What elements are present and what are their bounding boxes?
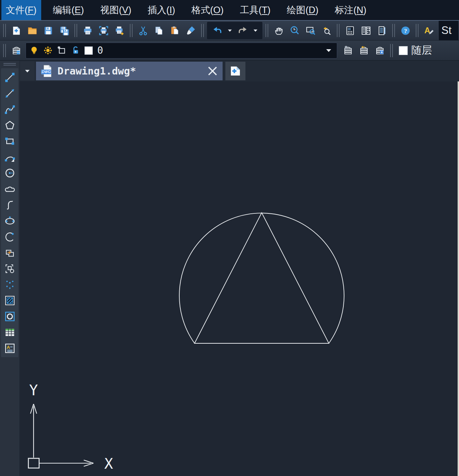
create-block-button[interactable] — [1, 261, 18, 276]
design-center-icon — [361, 25, 371, 36]
construction-line-button[interactable] — [1, 85, 18, 101]
text-style-button[interactable]: A — [421, 23, 437, 38]
layer-make-current-button[interactable] — [340, 43, 356, 59]
freeze-viewport-icon — [57, 45, 67, 55]
tab-drawing1[interactable]: DWG Drawing1.dwg* — [36, 62, 223, 80]
layer-dropdown[interactable]: 0 — [26, 43, 337, 59]
print-button[interactable] — [80, 23, 96, 38]
drawing-canvas-area[interactable]: YX — [19, 81, 459, 476]
table-button[interactable] — [1, 324, 18, 340]
drawing-entity-inscribed-triangle[interactable] — [195, 213, 329, 343]
save-button[interactable] — [40, 23, 56, 38]
toolbar-grip[interactable] — [3, 24, 6, 37]
toolbar-grip[interactable] — [337, 24, 340, 37]
tool-palettes-icon — [377, 25, 387, 36]
menu-item-insert[interactable]: 插入(I) — [143, 0, 180, 20]
zoom-realtime-button[interactable] — [287, 23, 303, 38]
menu-item-view[interactable]: 视图(V) — [96, 0, 136, 20]
tool-palettes-button[interactable] — [374, 23, 390, 38]
tab-close-button[interactable] — [207, 65, 218, 77]
pan-button[interactable] — [271, 23, 287, 38]
plot-icon — [114, 25, 125, 36]
plot-button[interactable] — [111, 23, 127, 38]
toolbar-group — [135, 23, 199, 38]
toolbar-grip[interactable] — [201, 24, 204, 37]
insert-block-button[interactable] — [1, 245, 18, 261]
new-tab-button[interactable] — [225, 62, 245, 80]
open-folder-button[interactable] — [24, 23, 40, 38]
caret-down-button[interactable] — [251, 23, 260, 38]
redo-button[interactable] — [235, 23, 251, 38]
menu-item-format[interactable]: 格式(O) — [187, 0, 228, 20]
drawing-entity-circle-arc[interactable] — [179, 213, 344, 343]
layer-state-icons — [29, 45, 81, 55]
point-button[interactable] — [1, 276, 18, 292]
caret-down-button[interactable] — [225, 23, 235, 38]
hatch-icon — [4, 295, 16, 306]
zoom-previous-button[interactable] — [318, 23, 334, 38]
properties-button[interactable] — [342, 23, 358, 38]
color-dropdown[interactable]: 随层 — [399, 43, 432, 58]
tab-list-button[interactable] — [20, 61, 35, 81]
menu-item-tools[interactable]: 工具(T) — [235, 0, 275, 20]
toolbar-grip[interactable] — [266, 24, 268, 37]
layer-states-button[interactable] — [372, 43, 388, 59]
rectangle-button[interactable] — [1, 133, 18, 149]
layer-previous-button[interactable] — [356, 43, 372, 59]
tab-label: Drawing1.dwg* — [57, 65, 203, 77]
toolbar-grip[interactable] — [74, 24, 77, 37]
copy-button[interactable] — [151, 23, 167, 38]
menu-item-dimension[interactable]: 标注(N) — [330, 0, 371, 20]
text-style-icon: A — [424, 25, 434, 36]
paste-button[interactable] — [167, 23, 183, 38]
format-painter-button[interactable] — [183, 23, 199, 38]
hatch-button[interactable] — [1, 292, 18, 308]
drawing-canvas[interactable]: YX — [19, 81, 459, 476]
arc-button[interactable] — [1, 149, 18, 165]
layer-tool-buttons — [340, 43, 388, 59]
save-as-icon — [59, 25, 70, 36]
spline-button[interactable] — [1, 197, 18, 213]
line-button[interactable] — [1, 69, 18, 85]
table-icon — [4, 327, 16, 338]
help-button[interactable]: ? — [397, 23, 413, 38]
revision-cloud-icon — [4, 183, 16, 195]
toolbar-grip[interactable] — [392, 24, 395, 37]
toolbar-grip[interactable] — [390, 44, 393, 57]
polyline-button[interactable] — [1, 101, 18, 117]
toolbar-grip[interactable] — [3, 63, 16, 65]
design-center-button[interactable] — [358, 23, 374, 38]
toolbar-grip[interactable] — [416, 24, 418, 37]
ellipse-arc-icon — [4, 231, 16, 243]
new-file-button[interactable] — [8, 23, 24, 38]
revision-cloud-button[interactable] — [1, 181, 18, 197]
toolbar-grip[interactable] — [130, 24, 133, 37]
zoom-previous-icon — [321, 25, 332, 36]
polygon-button[interactable] — [1, 117, 18, 133]
toolbar-grip[interactable] — [3, 44, 6, 57]
layer-previous-icon — [359, 45, 369, 56]
standard-toolbar-groups: ?A — [1, 21, 437, 40]
save-as-button[interactable] — [56, 23, 72, 38]
unlock-icon — [71, 45, 81, 55]
ellipse-button[interactable] — [1, 213, 18, 229]
circle-button[interactable] — [1, 165, 18, 181]
caret-down-icon — [226, 27, 234, 34]
layer-manager-button[interactable] — [8, 43, 24, 59]
properties-icon — [345, 25, 356, 36]
menu-item-edit[interactable]: 编辑(E) — [48, 0, 89, 20]
help-icon: ? — [400, 25, 411, 36]
undo-button[interactable] — [209, 23, 225, 38]
print-preview-button[interactable] — [96, 23, 111, 38]
redo-icon — [237, 25, 248, 36]
zoom-window-button[interactable] — [303, 23, 318, 38]
donut-button[interactable] — [1, 308, 18, 324]
cut-button[interactable] — [135, 23, 151, 38]
caret-down-icon[interactable] — [324, 45, 334, 55]
text-style-dropdown[interactable]: St — [438, 21, 458, 40]
menu-item-draw[interactable]: 绘图(D) — [282, 0, 323, 20]
ellipse-arc-button[interactable] — [1, 229, 18, 245]
mtext-button[interactable]: A — [1, 340, 18, 356]
polygon-icon — [4, 120, 16, 131]
menu-item-file[interactable]: 文件(F) — [1, 0, 41, 20]
